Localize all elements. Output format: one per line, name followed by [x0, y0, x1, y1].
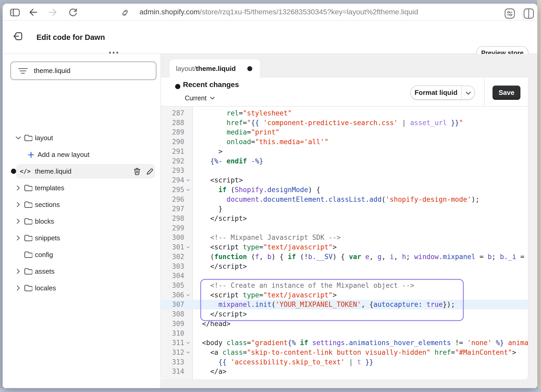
editor-area: layout/theme.liquid Recent changes Curre…	[161, 54, 537, 388]
line-number: 309	[172, 319, 184, 329]
chevron-right-icon[interactable]	[16, 235, 21, 241]
sidebar-item-templates[interactable]: templates	[3, 181, 161, 195]
code-text: {{ 'accessibility.skip_to_text' | t }}	[194, 357, 373, 367]
chevron-right-icon[interactable]	[16, 268, 21, 274]
code-text: <body class="gradient{% if settings.anim…	[194, 338, 528, 348]
chevron-down-icon[interactable]	[465, 91, 472, 95]
code-line[interactable]: 298 </script>	[161, 214, 528, 223]
line-number: 288	[172, 118, 184, 128]
fold-chevron-icon[interactable]	[186, 350, 191, 355]
add-layout-label: Add a new layout	[38, 151, 89, 159]
sidebar-item-assets[interactable]: assets	[3, 264, 161, 279]
code-line[interactable]: 289 media="print"	[161, 127, 528, 137]
code-line[interactable]: 301 <script type="text/javascript">	[161, 242, 528, 252]
code-line[interactable]: 303 </script>	[161, 262, 528, 271]
unsaved-dot	[11, 169, 16, 174]
code-line[interactable]: 310	[161, 329, 528, 338]
version-dropdown[interactable]: Current	[185, 94, 215, 102]
code-line[interactable]: 314 </a>	[161, 367, 528, 376]
code-line[interactable]: 299	[161, 223, 528, 233]
code-line[interactable]: 304	[161, 271, 528, 281]
file-search-input[interactable]: theme.liquid	[10, 62, 156, 80]
code-editor[interactable]: 286 <link287 rel="stylesheet"288 href="{…	[161, 107, 528, 379]
chevron-right-icon[interactable]	[16, 285, 21, 291]
recent-changes-label: Recent changes	[183, 81, 239, 89]
reload-icon[interactable]	[68, 8, 78, 17]
fold-chevron-icon[interactable]	[186, 177, 191, 183]
code-text: <a class="skip-to-content-link button vi…	[194, 348, 516, 357]
fold-chevron-icon[interactable]	[186, 244, 191, 250]
delete-icon[interactable]	[133, 167, 141, 176]
code-text: <!-- Mixpanel Javascript SDK -->	[194, 233, 341, 242]
editor-toolbar: Recent changes Current Format liquid Sav…	[161, 78, 528, 107]
fold-chevron-icon[interactable]	[186, 292, 191, 298]
save-button[interactable]: Save	[493, 85, 520, 100]
code-line[interactable]: 287 rel="stylesheet"	[161, 108, 528, 118]
code-line[interactable]: 312 <a class="skip-to-content-link butto…	[161, 348, 528, 357]
code-line[interactable]: 292 {%- endif -%}	[161, 156, 528, 166]
code-text: onload="this.media='all'"	[194, 137, 329, 147]
code-line[interactable]: 302 (function (f, b) { if (!b.__SV) { va…	[161, 252, 528, 262]
code-line[interactable]: 294 <script>	[161, 175, 528, 185]
code-text: </script>	[194, 214, 247, 223]
code-line[interactable]: 290 onload="this.media='all'"	[161, 137, 528, 147]
code-text: {%- endif -%}	[194, 156, 263, 166]
code-text: }	[194, 204, 223, 214]
code-line[interactable]: 305 <!-- Create an instance of the Mixpa…	[161, 281, 528, 290]
code-text: >	[194, 147, 223, 156]
sidebar-item-blocks[interactable]: blocks	[3, 214, 161, 229]
sidebar-toggle-icon[interactable]	[10, 9, 20, 16]
sidebar-item-sections[interactable]: sections	[3, 197, 161, 212]
code-line[interactable]: 311 <body class="gradient{% if settings.…	[161, 338, 528, 348]
line-number: 296	[172, 195, 184, 204]
toolbar-divider	[484, 79, 485, 106]
split-view-icon[interactable]	[523, 8, 534, 19]
code-text: <!-- Create an instance of the Mixpanel …	[194, 281, 414, 290]
code-line[interactable]: 288 href="{{ 'component-predictive-searc…	[161, 118, 528, 128]
code-line[interactable]: 300 <!-- Mixpanel Javascript SDK -->	[161, 233, 528, 242]
line-number: 307	[172, 300, 184, 309]
chevron-right-icon[interactable]	[16, 201, 21, 208]
tab-theme-liquid[interactable]: layout/theme.liquid	[170, 59, 260, 78]
file-label: theme.liquid	[35, 167, 71, 175]
exit-icon[interactable]	[13, 31, 23, 41]
code-line[interactable]: 293	[161, 166, 528, 175]
code-line[interactable]: 306 <script type="text/javascript">	[161, 290, 528, 300]
code-line[interactable]: 309 </head>	[161, 319, 528, 329]
folder-icon	[24, 251, 32, 259]
button-divider	[461, 86, 462, 99]
back-icon[interactable]	[29, 8, 38, 16]
sidebar-item-snippets[interactable]: snippets	[3, 231, 161, 245]
fold-chevron-icon[interactable]	[186, 340, 191, 346]
code-text: <script type="text/javascript">	[194, 290, 337, 300]
folder-icon	[24, 234, 32, 242]
code-line[interactable]: 313 {{ 'accessibility.skip_to_text' | t …	[161, 357, 528, 367]
fold-chevron-icon[interactable]	[186, 187, 191, 193]
add-new-layout-button[interactable]: Add a new layout	[3, 147, 161, 162]
link-icon	[121, 9, 129, 16]
page-title: Edit code for Dawn	[36, 21, 105, 53]
sidebar-item-layout[interactable]: layout	[3, 131, 161, 145]
chevron-down-icon[interactable]	[15, 135, 21, 140]
code-line[interactable]: 295 if (Shopify.designMode) {	[161, 185, 528, 195]
code-text: document.documentElement.classList.add('…	[194, 195, 479, 204]
folder-icon	[24, 201, 32, 209]
chevron-right-icon[interactable]	[16, 185, 21, 191]
format-liquid-button[interactable]: Format liquid	[410, 85, 475, 100]
browser-settings-icon[interactable]	[504, 8, 515, 19]
code-line[interactable]: 307 mixpanel.init('YOUR_MIXPANEL_TOKEN',…	[161, 300, 528, 309]
code-line[interactable]: 291 >	[161, 147, 528, 156]
code-line[interactable]: 296 document.documentElement.classList.a…	[161, 195, 528, 204]
sidebar-item-locales[interactable]: locales	[3, 281, 161, 295]
forward-icon[interactable]	[48, 8, 57, 16]
url-bar[interactable]: admin.shopify.com/store/rzq1xu-f5/themes…	[139, 4, 418, 20]
folder-icon	[24, 134, 32, 142]
code-line[interactable]: 308 </script>	[161, 309, 528, 319]
line-number: 310	[172, 329, 184, 338]
edit-icon[interactable]	[146, 167, 154, 176]
sidebar-item-config[interactable]: config	[3, 247, 161, 262]
code-line[interactable]: 297 }	[161, 204, 528, 214]
line-number: 313	[172, 357, 184, 367]
sidebar-item-theme-liquid[interactable]: </> theme.liquid	[3, 164, 161, 179]
chevron-right-icon[interactable]	[16, 218, 21, 224]
